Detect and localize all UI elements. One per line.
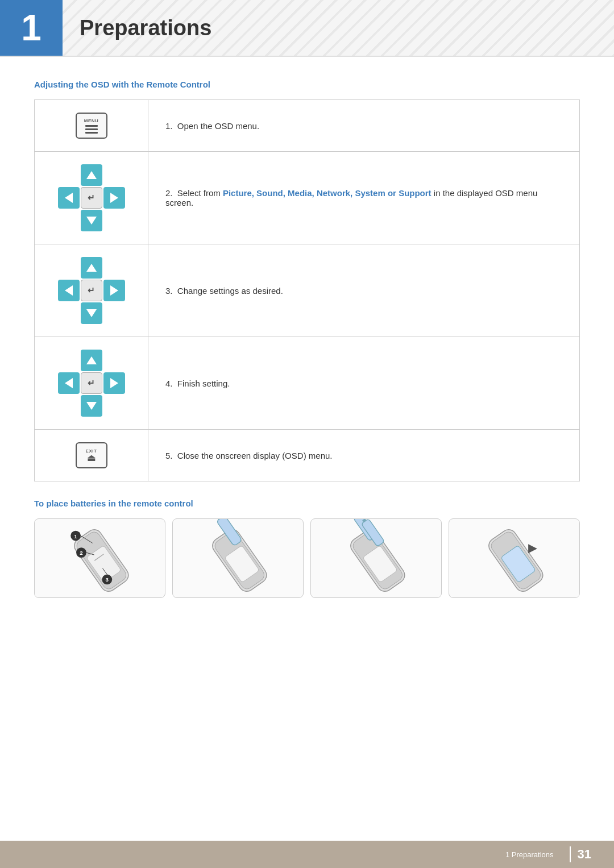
dpad-icon: ↵	[58, 164, 125, 231]
icon-cell-dpad4: ↵	[35, 337, 148, 430]
dpad-corner-tr	[103, 164, 125, 186]
step5-number: 5.	[165, 451, 177, 460]
table-row: MENU 1. Open the OSD menu.	[35, 100, 580, 152]
battery-image-3	[310, 518, 442, 598]
dpad-right	[103, 280, 125, 301]
svg-marker-28	[528, 544, 537, 553]
dpad-corner-bl	[58, 395, 80, 417]
step2-highlight: Picture, Sound, Media, Network, System o…	[223, 188, 432, 198]
page-header: 1 Preparations	[0, 0, 614, 57]
arrow-up-icon	[86, 171, 97, 179]
table-row: ↵ 3. Change settings as desired.	[35, 244, 580, 337]
icon-cell-menu: MENU	[35, 100, 148, 152]
dpad-corner-br	[103, 302, 125, 324]
dpad-down	[81, 302, 102, 324]
svg-text:2: 2	[80, 550, 83, 556]
dpad-corner-br	[103, 210, 125, 231]
dpad-corner-tr	[103, 257, 125, 279]
dpad-left	[58, 372, 80, 394]
dpad-corner-bl	[58, 302, 80, 324]
chapter-title-block: Preparations	[63, 0, 211, 56]
dpad-icon-2: ↵	[58, 257, 125, 324]
enter-symbol: ↵	[88, 378, 95, 388]
step3-number: 3.	[165, 286, 177, 296]
chapter-number-block: 1	[0, 0, 63, 56]
step2-text-cell: 2. Select from Picture, Sound, Media, Ne…	[148, 152, 580, 244]
dpad-down	[81, 395, 102, 417]
step2-number: 2.	[165, 188, 177, 198]
dpad-corner-br	[103, 395, 125, 417]
step3-text: 3. Change settings as desired.	[165, 286, 283, 296]
main-content: Adjusting the OSD with the Remote Contro…	[0, 57, 614, 621]
arrow-down-icon	[86, 309, 97, 317]
battery-svg-4	[449, 519, 579, 597]
enter-symbol: ↵	[88, 193, 95, 203]
chapter-number: 1	[21, 10, 42, 46]
svg-text:3: 3	[106, 576, 109, 583]
exit-symbol-icon: ⏏	[87, 454, 96, 463]
menu-button-icon: MENU	[76, 113, 107, 139]
icon-cell-dpad3: ↵	[35, 244, 148, 337]
dpad-left	[58, 187, 80, 209]
step1-number: 1.	[165, 121, 177, 131]
osd-table: MENU 1. Open the OSD menu.	[34, 99, 580, 481]
step4-number: 4.	[165, 379, 177, 388]
dpad-up	[81, 257, 102, 279]
arrow-up-icon	[86, 356, 97, 364]
dpad-right	[103, 372, 125, 394]
exit-button-icon: EXIT ⏏	[76, 442, 107, 468]
dpad-corner-tl	[58, 350, 80, 371]
step4-text-cell: 4. Finish setting.	[148, 337, 580, 430]
battery-svg-2	[173, 519, 303, 597]
step1-text: 1. Open the OSD menu.	[165, 121, 259, 131]
arrow-up-icon	[86, 264, 97, 272]
dpad-corner-bl	[58, 210, 80, 231]
enter-symbol: ↵	[88, 285, 95, 296]
dpad-center: ↵	[81, 280, 102, 301]
dpad-up	[81, 164, 102, 186]
chapter-title: Preparations	[80, 16, 211, 40]
icon-cell-exit: EXIT ⏏	[35, 430, 148, 481]
arrow-right-icon	[110, 285, 118, 296]
svg-text:1: 1	[74, 533, 77, 539]
icon-cell-dpad2: ↵	[35, 152, 148, 244]
battery-image-1: 1 2 3	[34, 518, 165, 598]
dpad-left	[58, 280, 80, 301]
footer-label: 1 Preparations	[505, 850, 554, 859]
footer-page-number: 31	[578, 847, 591, 862]
footer-divider	[570, 846, 571, 862]
battery-section-heading: To place batteries in the remote control	[34, 499, 580, 508]
table-row: ↵ 2. Select from Picture, Sound, Media, …	[35, 152, 580, 244]
arrow-down-icon	[86, 217, 97, 225]
battery-section: To place batteries in the remote control	[34, 499, 580, 598]
arrow-right-icon	[110, 378, 118, 388]
battery-image-2	[172, 518, 304, 598]
step2-text: 2. Select from Picture, Sound, Media, Ne…	[165, 188, 537, 207]
dpad-corner-tl	[58, 257, 80, 279]
arrow-down-icon	[86, 402, 97, 410]
battery-images-row: 1 2 3	[34, 518, 580, 598]
step5-text: 5. Close the onscreen display (OSD) menu…	[165, 451, 332, 460]
arrow-left-icon	[65, 285, 73, 296]
table-row: ↵ 4. Finish setting.	[35, 337, 580, 430]
dpad-center: ↵	[81, 372, 102, 394]
step3-text-cell: 3. Change settings as desired.	[148, 244, 580, 337]
dpad-center: ↵	[81, 187, 102, 209]
arrow-right-icon	[110, 193, 118, 203]
dpad-up	[81, 350, 102, 371]
step1-text-cell: 1. Open the OSD menu.	[148, 100, 580, 152]
arrow-left-icon	[65, 378, 73, 388]
menu-bars-icon	[85, 125, 98, 134]
battery-svg-1: 1 2 3	[35, 519, 165, 597]
dpad-icon-3: ↵	[58, 350, 125, 417]
osd-section-heading: Adjusting the OSD with the Remote Contro…	[34, 80, 580, 89]
step5-text-cell: 5. Close the onscreen display (OSD) menu…	[148, 430, 580, 481]
dpad-down	[81, 210, 102, 231]
page-footer: 1 Preparations 31	[0, 841, 614, 868]
dpad-corner-tr	[103, 350, 125, 371]
battery-svg-3	[311, 519, 441, 597]
battery-image-4	[449, 518, 580, 598]
dpad-right	[103, 187, 125, 209]
arrow-left-icon	[65, 193, 73, 203]
step4-text: 4. Finish setting.	[165, 379, 230, 388]
